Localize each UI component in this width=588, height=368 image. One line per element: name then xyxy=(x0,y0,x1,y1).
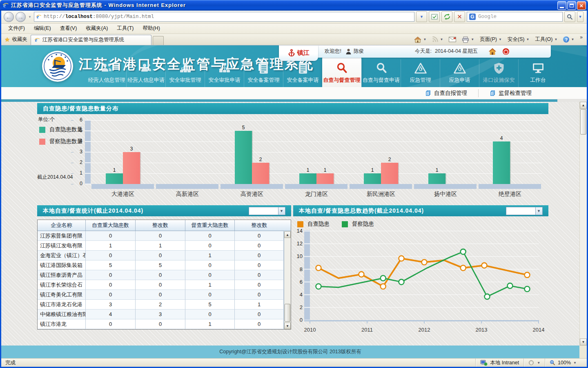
menu-item-4[interactable]: 工具(T) xyxy=(112,24,138,33)
command-item-0[interactable]: ▼ xyxy=(412,35,429,44)
compatibility-view-button[interactable] xyxy=(429,11,440,22)
submenu-item-1[interactable]: 监督检查管理 xyxy=(478,89,543,97)
menu-item-1[interactable]: 编辑(E) xyxy=(29,24,56,33)
trend-xtick-label: 2014 xyxy=(531,327,546,333)
home-shortcut-icon[interactable] xyxy=(488,48,497,55)
logout-power-icon[interactable] xyxy=(502,48,510,55)
scroll-down-icon[interactable]: ▼ xyxy=(580,339,587,346)
submenu-item-0[interactable]: 自查自报管理 xyxy=(414,89,478,97)
refresh-button[interactable] xyxy=(441,11,452,22)
command-item-2[interactable] xyxy=(446,36,459,43)
bar-category-label: 龙门港区 xyxy=(284,191,349,198)
new-tab-button[interactable] xyxy=(153,36,164,45)
search-options-dropdown[interactable]: ▼ xyxy=(577,11,584,22)
table-row[interactable]: 镇江奇美化工有限0000 xyxy=(38,290,291,300)
bar-value-label: 3 xyxy=(123,146,140,152)
command-item-4[interactable]: 页面(P)▼ xyxy=(477,35,504,44)
table-row[interactable]: 中储粮镇江粮油有限4300 xyxy=(38,310,291,319)
table-cell: 0 xyxy=(136,280,185,290)
command-item-1[interactable]: ▼ xyxy=(430,35,445,44)
table-row[interactable]: 江苏索普集团有限0000 xyxy=(38,231,291,241)
zoom-cell[interactable]: 100% ▼ xyxy=(545,359,581,367)
nav-item-4[interactable]: 安全备案管理 xyxy=(244,59,283,87)
nav-item-3[interactable]: 安全审批申请 xyxy=(205,59,244,87)
back-button[interactable]: ← xyxy=(4,12,14,22)
table-scrollbar[interactable]: ▲ ▼ xyxy=(284,231,291,329)
page-content: 自查隐患/督查隐患数量分布 单位:个 自查隐患数量 督察隐患数量 截止2014.… xyxy=(1,102,587,346)
table-cell: 0 xyxy=(185,270,235,280)
table-row[interactable]: 镇江市港龙0010 xyxy=(38,319,291,329)
history-dropdown-icon[interactable]: ▼ xyxy=(27,15,32,19)
chevron-down-icon: ▼ xyxy=(571,38,574,41)
search-button[interactable] xyxy=(564,11,575,22)
trend-xtick-label: 2013 xyxy=(474,327,489,333)
forward-button[interactable]: → xyxy=(16,12,26,22)
scroll-thumb[interactable] xyxy=(580,109,586,135)
close-button[interactable]: × xyxy=(577,1,586,10)
table-col-header[interactable]: 整改数 xyxy=(136,220,185,231)
trend-xtick-label: 2010 xyxy=(303,327,317,333)
toolbar-overflow-icon[interactable]: » xyxy=(578,34,584,40)
table-col-header[interactable]: 整改数 xyxy=(235,220,284,231)
nav-item-1[interactable]: 经营人信息申请 xyxy=(126,59,165,87)
scroll-up-icon[interactable]: ▲ xyxy=(284,231,291,238)
table-row[interactable]: 镇江恒泰沥青产品0000 xyxy=(38,270,291,280)
nav-item-8[interactable]: 应急管理 xyxy=(401,59,440,87)
nav-item-6[interactable]: 自查与督查管理 xyxy=(322,56,361,87)
scroll-down-icon[interactable]: ▼ xyxy=(284,323,291,329)
scroll-up-icon[interactable]: ▲ xyxy=(580,102,587,109)
url-input[interactable]: e http://localhost:8080/yjpt/Main.html xyxy=(34,12,414,22)
trend-ytick-label: 6 xyxy=(293,279,303,285)
favorites-button[interactable]: ★ 收藏夹 xyxy=(4,34,31,45)
welcome-label: 欢迎您! xyxy=(325,48,341,55)
trend-ytick-label: 4 xyxy=(293,292,303,298)
nav-item-10[interactable]: 港口设施保安 xyxy=(479,59,518,87)
table-row[interactable]: 金海宏业（镇江）石0010 xyxy=(38,251,291,260)
chevron-down-icon: ▼ xyxy=(278,207,285,215)
browser-tab[interactable]: e 江苏省港口安全监管与应急管理系统 xyxy=(31,35,151,45)
protected-mode-cell[interactable]: ▼ xyxy=(523,359,545,367)
nav-item-11[interactable]: 工作台 xyxy=(518,59,557,87)
nav-item-9[interactable]: 应急申请 xyxy=(440,59,479,87)
table-row[interactable]: 镇江港国际集装箱5500 xyxy=(38,260,291,270)
minimize-button[interactable] xyxy=(557,1,566,10)
trend-filter-select[interactable]: ▼ xyxy=(506,207,543,215)
scroll-thumb[interactable] xyxy=(285,304,290,322)
resize-grip[interactable] xyxy=(581,359,587,367)
maximize-button[interactable] xyxy=(567,1,576,10)
asof-note: 截止2014.04.04 xyxy=(37,174,73,181)
nav-item-0[interactable]: 经营人信息管理 xyxy=(87,59,126,87)
table-row[interactable]: 镇江李长荣综合石0010 xyxy=(38,280,291,290)
nav-item-5[interactable]: 安全备案申请 xyxy=(283,59,322,87)
bar-value-label: 1 xyxy=(316,167,334,173)
menu-item-5[interactable]: 帮助(H) xyxy=(138,24,164,33)
page-scrollbar[interactable]: ▲ ▼ xyxy=(579,102,587,346)
address-dropdown-button[interactable]: ▼ xyxy=(416,11,427,22)
menu-item-3[interactable]: 收藏夹(A) xyxy=(81,24,112,33)
nav-item-2[interactable]: 安全审批管理 xyxy=(165,59,205,87)
menu-item-0[interactable]: 文件(F) xyxy=(4,24,29,33)
user-name: 陈俊 xyxy=(354,48,364,55)
zoom-magnifier-icon xyxy=(550,360,555,366)
magnifier-icon xyxy=(322,61,361,76)
command-item-5[interactable]: 安全(S)▼ xyxy=(505,35,532,44)
table-row[interactable]: 镇江市港龙石化港3251 xyxy=(38,300,291,310)
menu-item-2[interactable]: 查看(V) xyxy=(56,24,82,33)
panel-local-statistics-header: 本地自查/督查统计(截止2014.04.04) ▼ xyxy=(37,205,291,216)
command-item-7[interactable]: ?▼ xyxy=(561,35,577,44)
command-item-3[interactable]: ▼ xyxy=(459,35,477,44)
table-cell: 0 xyxy=(185,260,235,270)
statistics-filter-select[interactable]: ▼ xyxy=(249,207,285,215)
google-icon: G xyxy=(469,13,476,20)
tab-title: 江苏省港口安全监管与应急管理系统 xyxy=(42,36,124,43)
trend-ytick-label: 8 xyxy=(293,266,303,272)
stop-button[interactable]: ✕ xyxy=(454,11,465,22)
table-col-header[interactable]: 自查重大隐患数 xyxy=(86,220,136,231)
table-col-header[interactable]: 督查重大隐患数 xyxy=(185,220,235,231)
search-input[interactable]: G Google xyxy=(467,12,563,22)
table-col-header[interactable]: 企业名称 xyxy=(38,220,86,231)
nav-item-7[interactable]: 自查与督查申请 xyxy=(361,59,401,87)
command-item-6[interactable]: 工具(O)▼ xyxy=(532,35,560,44)
region-tab[interactable]: 镇江 xyxy=(279,45,318,61)
table-row[interactable]: 江苏镇江发电有限1100 xyxy=(38,241,291,251)
